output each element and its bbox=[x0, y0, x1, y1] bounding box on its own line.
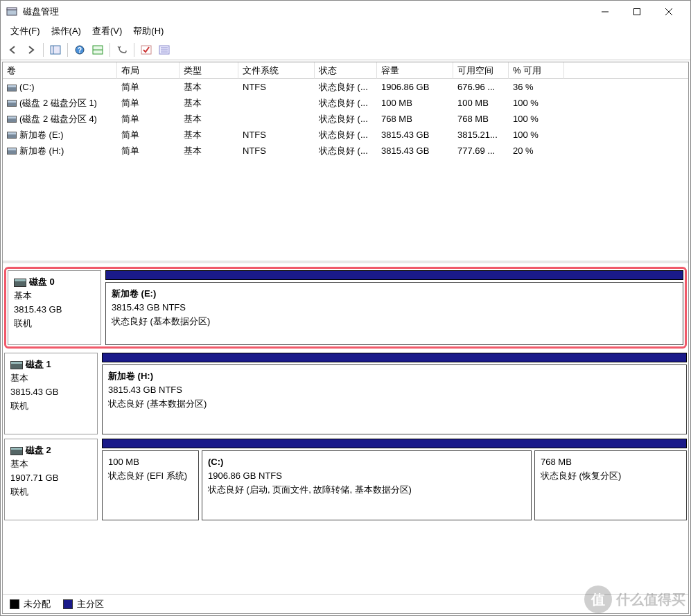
svg-rect-3 bbox=[634, 9, 640, 15]
partition-detail: 3815.43 GB NTFS bbox=[108, 383, 681, 397]
disk-info[interactable]: 磁盘 2 基本 1907.71 GB 联机 bbox=[4, 439, 98, 520]
disk-type: 基本 bbox=[10, 371, 91, 385]
separator bbox=[110, 43, 110, 57]
volume-row[interactable]: 新加卷 (H:)简单基本NTFS状态良好 (...3815.43 GB777.6… bbox=[3, 143, 688, 159]
disk-type: 基本 bbox=[10, 457, 91, 471]
app-icon bbox=[6, 6, 17, 17]
partition[interactable]: 768 MB 状态良好 (恢复分区) bbox=[534, 450, 687, 520]
col-header-capacity[interactable]: 容量 bbox=[377, 62, 453, 79]
disk-row-2[interactable]: 磁盘 2 基本 1907.71 GB 联机 100 MB 状态良好 (EFI 系… bbox=[4, 439, 687, 520]
partition-status: 状态良好 (基本数据分区) bbox=[108, 397, 681, 411]
partitions: 100 MB 状态良好 (EFI 系统) (C:) 1906.86 GB NTF… bbox=[102, 439, 687, 520]
content-area: 卷 布局 类型 文件系统 状态 容量 可用空间 % 可用 (C:)简单基本NTF… bbox=[2, 62, 689, 614]
volume-icon bbox=[7, 100, 17, 107]
partition-status: 状态良好 (恢复分区) bbox=[541, 469, 681, 483]
disk-state: 联机 bbox=[14, 317, 95, 331]
back-button[interactable] bbox=[5, 42, 21, 58]
partition[interactable]: 新加卷 (H:) 3815.43 GB NTFS 状态良好 (基本数据分区) bbox=[102, 364, 687, 434]
separator bbox=[43, 43, 44, 57]
toolbar-view2-icon[interactable] bbox=[89, 42, 106, 58]
volume-list-header: 卷 布局 类型 文件系统 状态 容量 可用空间 % 可用 bbox=[3, 62, 688, 79]
partition-name: 新加卷 (E:) bbox=[112, 287, 677, 301]
disk-row-1[interactable]: 磁盘 1 基本 3815.43 GB 联机 新加卷 (H:) 3815.43 G… bbox=[4, 353, 687, 434]
maximize-button[interactable] bbox=[621, 1, 653, 23]
legend-swatch-primary bbox=[63, 599, 73, 609]
toolbar-view1-icon[interactable] bbox=[47, 42, 64, 58]
volume-row[interactable]: (磁盘 2 磁盘分区 1)简单基本状态良好 (...100 MB100 MB10… bbox=[3, 95, 688, 111]
watermark-text: 什么值得买 bbox=[616, 590, 685, 609]
title-bar: 磁盘管理 bbox=[1, 1, 690, 23]
partition[interactable]: 新加卷 (E:) 3815.43 GB NTFS 状态良好 (基本数据分区) bbox=[105, 282, 683, 345]
disk-icon bbox=[10, 447, 23, 455]
partition-header-bar bbox=[102, 353, 687, 362]
legend-label: 主分区 bbox=[77, 598, 104, 610]
disk-info[interactable]: 磁盘 0 基本 3815.43 GB 联机 bbox=[8, 270, 101, 345]
menu-action[interactable]: 操作(A) bbox=[47, 24, 85, 39]
refresh-icon[interactable] bbox=[114, 42, 130, 58]
disk-state: 联机 bbox=[10, 485, 91, 499]
disk-info[interactable]: 磁盘 1 基本 3815.43 GB 联机 bbox=[4, 353, 98, 434]
legend-swatch-unallocated bbox=[10, 599, 19, 609]
partition[interactable]: (C:) 1906.86 GB NTFS 状态良好 (启动, 页面文件, 故障转… bbox=[202, 450, 532, 520]
disk-state: 联机 bbox=[10, 399, 91, 413]
partition-status: 状态良好 (EFI 系统) bbox=[108, 469, 193, 483]
svg-text:?: ? bbox=[78, 46, 82, 54]
menu-view[interactable]: 查看(V) bbox=[88, 24, 126, 39]
col-header-pct[interactable]: % 可用 bbox=[509, 62, 564, 79]
partitions: 新加卷 (E:) 3815.43 GB NTFS 状态良好 (基本数据分区) bbox=[105, 270, 683, 345]
partition-header-bar bbox=[105, 270, 683, 280]
volume-icon bbox=[7, 85, 17, 91]
disk-type: 基本 bbox=[14, 289, 95, 303]
svg-rect-0 bbox=[7, 10, 17, 15]
minimize-button[interactable] bbox=[589, 1, 621, 23]
partition-detail: 1906.86 GB NTFS bbox=[208, 469, 525, 483]
volume-icon bbox=[7, 132, 17, 139]
col-header-type[interactable]: 类型 bbox=[180, 62, 238, 79]
col-header-volume[interactable]: 卷 bbox=[3, 62, 117, 79]
disk-title: 磁盘 0 bbox=[29, 276, 55, 287]
svg-rect-1 bbox=[7, 8, 17, 10]
menu-help[interactable]: 帮助(H) bbox=[129, 24, 168, 39]
volume-row[interactable]: (磁盘 2 磁盘分区 4)简单基本状态良好 (...768 MB768 MB10… bbox=[3, 111, 688, 127]
toolbar: ? bbox=[1, 39, 690, 60]
partition-detail: 3815.43 GB NTFS bbox=[112, 301, 677, 315]
partition-name: 新加卷 (H:) bbox=[108, 369, 681, 383]
volume-icon bbox=[7, 148, 17, 155]
disk-icon bbox=[14, 279, 26, 287]
partition-status: 状态良好 (启动, 页面文件, 故障转储, 基本数据分区) bbox=[208, 483, 525, 497]
disk-size: 1907.71 GB bbox=[10, 471, 91, 485]
partition-detail: 100 MB bbox=[108, 455, 193, 469]
partition-name: (C:) bbox=[208, 455, 525, 469]
col-header-fs[interactable]: 文件系统 bbox=[238, 62, 315, 79]
forward-button[interactable] bbox=[23, 42, 40, 58]
legend-primary: 主分区 bbox=[63, 598, 104, 610]
help-icon[interactable]: ? bbox=[71, 42, 88, 58]
menu-file[interactable]: 文件(F) bbox=[6, 24, 44, 39]
legend-unallocated: 未分配 bbox=[10, 598, 51, 610]
watermark: 值 什么值得买 bbox=[584, 586, 685, 613]
col-header-layout[interactable]: 布局 bbox=[117, 62, 180, 79]
disk-size: 3815.43 GB bbox=[14, 303, 95, 317]
watermark-icon: 值 bbox=[584, 586, 612, 613]
disk-title: 磁盘 1 bbox=[26, 359, 51, 369]
volume-list[interactable]: 卷 布局 类型 文件系统 状态 容量 可用空间 % 可用 (C:)简单基本NTF… bbox=[3, 62, 688, 263]
disk-size: 3815.43 GB bbox=[10, 385, 91, 399]
svg-rect-6 bbox=[51, 46, 60, 54]
disk-map[interactable]: 磁盘 0 基本 3815.43 GB 联机 新加卷 (E:) 3815.43 G… bbox=[3, 263, 688, 594]
window-title: 磁盘管理 bbox=[23, 6, 589, 18]
partition-header-bar bbox=[102, 439, 687, 448]
volume-icon bbox=[7, 116, 17, 123]
partition-detail: 768 MB bbox=[541, 455, 681, 469]
partition[interactable]: 100 MB 状态良好 (EFI 系统) bbox=[102, 450, 199, 520]
list-icon[interactable] bbox=[156, 42, 173, 58]
legend-label: 未分配 bbox=[24, 598, 51, 610]
close-button[interactable] bbox=[653, 1, 685, 23]
menu-bar: 文件(F) 操作(A) 查看(V) 帮助(H) bbox=[1, 23, 690, 39]
disk-row-0[interactable]: 磁盘 0 基本 3815.43 GB 联机 新加卷 (E:) 3815.43 G… bbox=[4, 267, 687, 349]
volume-row[interactable]: 新加卷 (E:)简单基本NTFS状态良好 (...3815.43 GB3815.… bbox=[3, 127, 688, 143]
volume-row[interactable]: (C:)简单基本NTFS状态良好 (...1906.86 GB676.96 ..… bbox=[3, 79, 688, 95]
disk-icon bbox=[10, 361, 23, 369]
col-header-free[interactable]: 可用空间 bbox=[453, 62, 509, 79]
checkmark-icon[interactable] bbox=[138, 42, 155, 58]
col-header-status[interactable]: 状态 bbox=[315, 62, 377, 79]
